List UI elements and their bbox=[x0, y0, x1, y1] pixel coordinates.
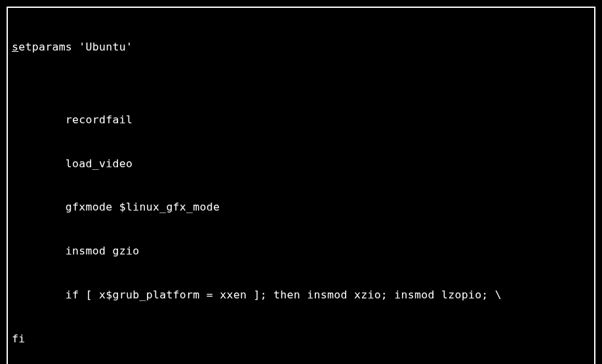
cursor-char: s bbox=[12, 41, 18, 53]
editor-line[interactable]: load_video bbox=[12, 157, 590, 171]
grub-boot-entry-editor[interactable]: setparams 'Ubuntu' recordfail load_video… bbox=[7, 7, 595, 364]
editor-text: etparams 'Ubuntu' bbox=[18, 41, 132, 53]
editor-text: recordfail bbox=[12, 113, 132, 126]
editor-line[interactable]: insmod gzio bbox=[12, 244, 590, 258]
editor-text: gfxmode $linux_gfx_mode bbox=[12, 201, 220, 213]
editor-text: if [ x$grub_platform = xxen ]; then insm… bbox=[12, 289, 502, 301]
editor-text: insmod gzio bbox=[12, 245, 139, 257]
editor-line[interactable]: if [ x$grub_platform = xxen ]; then insm… bbox=[12, 288, 590, 302]
grub-edit-screen: setparams 'Ubuntu' recordfail load_video… bbox=[0, 0, 602, 364]
editor-line[interactable]: gfxmode $linux_gfx_mode bbox=[12, 200, 590, 214]
editor-text: load_video bbox=[12, 157, 132, 170]
editor-line[interactable]: recordfail bbox=[12, 113, 590, 127]
editor-line[interactable]: setparams 'Ubuntu' bbox=[12, 40, 590, 54]
editor-text: fi bbox=[12, 333, 25, 345]
editor-line[interactable]: fi bbox=[12, 332, 590, 346]
